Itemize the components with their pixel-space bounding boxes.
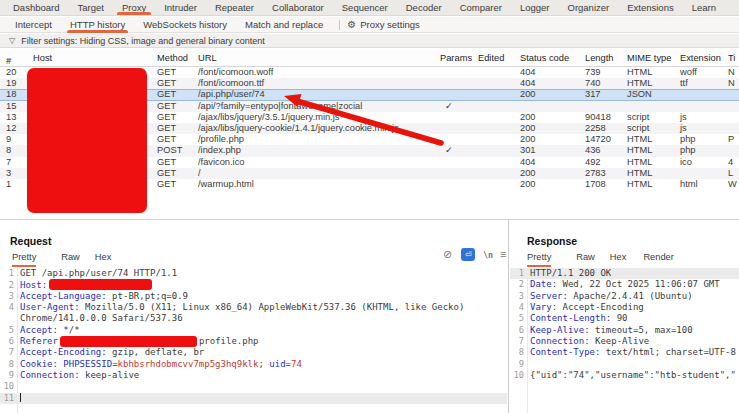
col-edited[interactable]: Edited bbox=[478, 53, 504, 63]
editor-line: 7Connection: Keep-Alive bbox=[510, 336, 739, 347]
col-params[interactable]: Params bbox=[440, 53, 472, 63]
menu-icon[interactable]: ≡ bbox=[500, 248, 506, 260]
cell-method: GET bbox=[157, 157, 176, 168]
editor-line: 11 bbox=[0, 393, 507, 404]
cell-method: GET bbox=[157, 89, 176, 100]
cell-length: 436 bbox=[585, 145, 601, 156]
msgtab-render[interactable]: Render bbox=[643, 252, 674, 265]
response-panel-title: Response bbox=[527, 235, 577, 247]
cell-mime: HTML bbox=[627, 67, 652, 78]
cell-url: / bbox=[198, 168, 201, 179]
tab-target[interactable]: Target bbox=[68, 0, 112, 15]
tab-collaborator[interactable]: Collaborator bbox=[263, 0, 333, 15]
subtab-match-and-replace[interactable]: Match and replace bbox=[236, 17, 332, 33]
word-wrap-button[interactable]: ⏎ bbox=[461, 248, 475, 261]
cell-url: /warmup.html bbox=[198, 179, 254, 190]
tab-repeater[interactable]: Repeater bbox=[206, 0, 263, 15]
text-caret bbox=[20, 393, 21, 402]
cell-mime: HTML bbox=[627, 168, 652, 179]
editor-line: 7Accept-Encoding: gzip, deflate, br bbox=[0, 347, 507, 358]
proxy-settings-button[interactable]: Proxy settings bbox=[360, 19, 420, 30]
subbar-divider bbox=[339, 20, 340, 30]
vertical-splitter[interactable] bbox=[508, 220, 509, 413]
cell-url: /api.php/user/74 bbox=[198, 89, 265, 100]
col-length[interactable]: Length bbox=[585, 53, 613, 63]
col-extension[interactable]: Extension bbox=[680, 53, 721, 63]
subtab-http-history[interactable]: HTTP history bbox=[61, 17, 134, 33]
cell-ext: js bbox=[680, 112, 687, 123]
editor-line: 2Host: bbox=[0, 279, 507, 290]
tab-organizer[interactable]: Organizer bbox=[559, 0, 619, 15]
cell-status: 200 bbox=[520, 123, 536, 134]
msgtab-pretty[interactable]: Pretty bbox=[12, 252, 36, 267]
cell-method: POST bbox=[157, 145, 182, 156]
gear-icon: ⚙ bbox=[347, 19, 356, 30]
line-number: 7 bbox=[0, 347, 14, 358]
editor-line: 4User-Agent: Mozilla/5.0 (X11; Linux x86… bbox=[0, 302, 507, 313]
request-panel-title: Request bbox=[10, 235, 51, 247]
col-title[interactable]: Ti bbox=[728, 53, 735, 63]
tab-sequencer[interactable]: Sequencer bbox=[333, 0, 397, 15]
tab-decoder[interactable]: Decoder bbox=[397, 0, 451, 15]
msgtab-hex[interactable]: Hex bbox=[610, 252, 627, 265]
cell-title: N bbox=[728, 67, 735, 78]
col-host[interactable]: Host bbox=[33, 53, 52, 63]
cell-num: 9 bbox=[6, 134, 11, 145]
col-status[interactable]: Status code bbox=[520, 53, 569, 63]
line-number: 7 bbox=[510, 336, 524, 347]
tab-logger[interactable]: Logger bbox=[511, 0, 559, 15]
cell-method: GET bbox=[157, 123, 176, 134]
tab-dashboard[interactable]: Dashboard bbox=[4, 0, 68, 15]
cell-url: /ajax/libs/jquery-cookie/1.4.1/jquery.co… bbox=[198, 123, 399, 134]
cell-ext: ttf bbox=[680, 78, 688, 89]
cell-url: /font/icomoon.woff bbox=[198, 67, 273, 78]
editor-line: 9 bbox=[510, 359, 739, 370]
horizontal-splitter[interactable] bbox=[0, 219, 739, 220]
line-number: 6 bbox=[510, 325, 524, 336]
col-mime[interactable]: MIME type bbox=[627, 53, 671, 63]
tab-extensions[interactable]: Extensions bbox=[618, 0, 682, 15]
cell-method: GET bbox=[157, 134, 176, 145]
request-editor[interactable]: 1GET /api.php/user/74 HTTP/1.12Host:3Acc… bbox=[0, 268, 507, 413]
cell-length: 2258 bbox=[585, 123, 606, 134]
msgtab-pretty[interactable]: Pretty bbox=[527, 252, 551, 267]
host-redaction-block bbox=[27, 68, 147, 213]
editor-line: 8Cookie: PHPSESSID=kbhbsrhdobmcvv7mp5g3h… bbox=[0, 359, 507, 370]
msgtab-raw[interactable]: Raw bbox=[61, 252, 80, 265]
hide-icon[interactable]: ⊘ bbox=[443, 248, 452, 261]
subtab-websockets-history[interactable]: WebSockets history bbox=[134, 17, 236, 33]
cell-mime: script bbox=[627, 123, 649, 134]
main-menubar: DashboardTargetProxyIntruderRepeaterColl… bbox=[0, 0, 739, 16]
line-number: 1 bbox=[510, 268, 524, 279]
editor-line: 5Content-Length: 90 bbox=[510, 313, 739, 324]
tab-proxy[interactable]: Proxy bbox=[113, 0, 155, 15]
cell-mime: HTML bbox=[627, 179, 652, 190]
cell-ext: ico bbox=[680, 157, 692, 168]
cell-status: 404 bbox=[520, 78, 536, 89]
subtab-intercept[interactable]: Intercept bbox=[6, 17, 61, 33]
tab-intruder[interactable]: Intruder bbox=[155, 0, 206, 15]
col-url[interactable]: URL bbox=[198, 53, 217, 63]
msgtab-raw[interactable]: Raw bbox=[576, 252, 595, 265]
cell-url: /index.php bbox=[198, 145, 241, 156]
tab-learn[interactable]: Learn bbox=[683, 0, 725, 15]
editor-line: 10{"uid":"74","username":"htb-student"," bbox=[510, 370, 739, 381]
cell-url: /ajax/libs/jquery/3.5.1/jquery.min.js bbox=[198, 112, 339, 123]
filter-settings-bar[interactable]: ▽ Filter settings: Hiding CSS, image and… bbox=[0, 34, 739, 48]
cell-length: 90418 bbox=[585, 112, 611, 123]
cell-num: 18 bbox=[6, 89, 16, 100]
newline-icon[interactable]: \n bbox=[483, 250, 493, 260]
cell-num: 3 bbox=[6, 168, 11, 179]
cell-num: 12 bbox=[6, 123, 16, 134]
response-editor[interactable]: 1HTTP/1.1 200 OK2Date: Wed, 22 Oct 2025 … bbox=[510, 268, 739, 413]
cell-length: 14720 bbox=[585, 134, 611, 145]
cell-url: /profile.php bbox=[198, 134, 244, 145]
cell-ext: woff bbox=[680, 67, 697, 78]
tab-comparer[interactable]: Comparer bbox=[451, 0, 511, 15]
col-method[interactable]: Method bbox=[157, 53, 188, 63]
line-number: 6 bbox=[0, 336, 14, 347]
cell-method: GET bbox=[157, 179, 176, 190]
line-number: 8 bbox=[510, 347, 524, 358]
line-number: 4 bbox=[510, 302, 524, 313]
msgtab-hex[interactable]: Hex bbox=[95, 252, 112, 265]
